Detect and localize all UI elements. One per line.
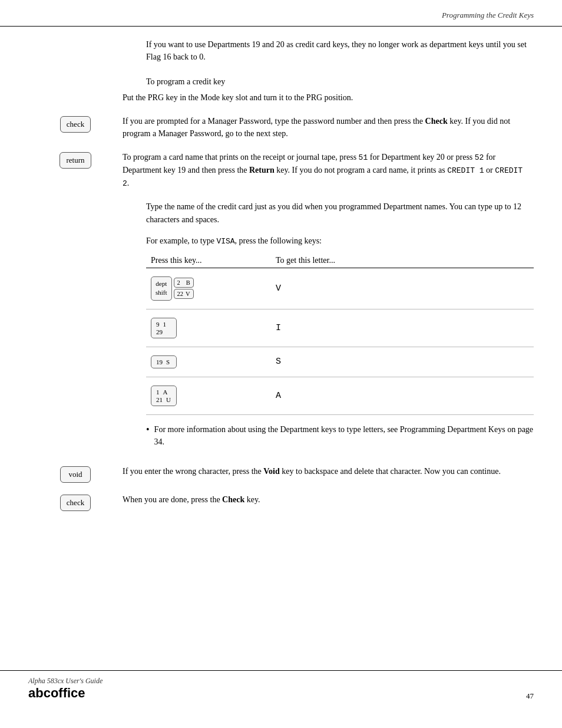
- page-container: Programming the Credit Keys If you want …: [0, 0, 562, 728]
- intro-section: If you want to use Departments 19 and 20…: [146, 38, 534, 63]
- step2-section: return To program a card name that print…: [28, 151, 534, 190]
- step2-text: To program a card name that prints on th…: [123, 151, 534, 190]
- dept-shift-main-key: deptshift: [151, 276, 172, 301]
- table-row: 19 S S: [146, 347, 534, 377]
- step0-text: Put the PRG key in the Mode key slot and…: [123, 91, 534, 104]
- row1-letter-cell: V: [264, 284, 534, 294]
- step1-icon-area: check: [28, 115, 123, 133]
- table-row: deptshift 2 B 22 V: [146, 268, 534, 309]
- step3-text: If you enter the wrong character, press …: [123, 465, 534, 478]
- check-key-icon: check: [60, 116, 91, 133]
- key-table: Press this key... To get this letter... …: [146, 256, 534, 415]
- row3-key-cell: 19 S: [146, 355, 264, 368]
- dept-shift-sub-keys: 2 B 22 V: [174, 278, 194, 299]
- footer-brand: abcoffice: [28, 686, 103, 701]
- step1-section: check If you are prompted for a Manager …: [28, 115, 534, 140]
- step4-text: When you are done, press the Check key.: [123, 493, 534, 506]
- header-title: Programming the Credit Keys: [442, 11, 534, 20]
- step1-text: If you are prompted for a Manager Passwo…: [123, 115, 534, 140]
- content-area: If you want to use Departments 19 and 20…: [0, 38, 562, 511]
- key-9-1-29: 9 1 29: [151, 318, 177, 338]
- table-row: 9 1 29 I: [146, 309, 534, 347]
- intro-text: If you want to use Departments 19 and 20…: [146, 40, 527, 61]
- row4-key-cell: 1 A 21 U: [146, 386, 264, 406]
- bullet-text: For more information about using the Dep…: [154, 423, 534, 449]
- col-key-header: Press this key...: [146, 256, 264, 265]
- step0-section: Put the PRG key in the Mode key slot and…: [28, 91, 534, 104]
- table-header: Press this key... To get this letter...: [146, 256, 534, 268]
- step-label: To program a credit key: [146, 77, 534, 87]
- bullet-section: • For more information about using the D…: [146, 423, 534, 449]
- table-row: 1 A 21 U A: [146, 377, 534, 415]
- step3-section: void If you enter the wrong character, p…: [28, 465, 534, 483]
- row2-letter-cell: I: [264, 323, 534, 333]
- step2-icon-area: return: [28, 151, 123, 169]
- step4-icon-area: check: [28, 493, 123, 511]
- row4-letter-cell: A: [264, 391, 534, 401]
- dept-shift-key: deptshift 2 B 22 V: [151, 276, 194, 301]
- step4-section: check When you are done, press the Check…: [28, 493, 534, 511]
- page-footer: Alpha 583cx User's Guide abcoffice 47: [0, 670, 562, 707]
- footer-left-col: Alpha 583cx User's Guide abcoffice: [28, 677, 103, 701]
- step0-icon-area: [28, 91, 123, 93]
- row3-letter-cell: S: [264, 357, 534, 367]
- key-1-A-21-U: 1 A 21 U: [151, 386, 177, 406]
- page-header: Programming the Credit Keys: [0, 0, 562, 27]
- check-key-icon-2: check: [60, 495, 91, 511]
- key-19-S: 19 S: [151, 355, 177, 368]
- key-2B: 2 B: [174, 278, 194, 288]
- para1-section: Type the name of the credit card just as…: [146, 200, 534, 226]
- bullet-dot: •: [146, 423, 150, 449]
- void-key-icon: void: [60, 466, 91, 483]
- footer-guide-name: Alpha 583cx User's Guide: [28, 677, 103, 686]
- key-22V: 22 V: [174, 289, 194, 299]
- para2-section: For example, to type VISA, press the fol…: [146, 235, 534, 248]
- row2-key-cell: 9 1 29: [146, 318, 264, 338]
- return-key-icon: return: [59, 152, 91, 169]
- step3-icon-area: void: [28, 465, 123, 483]
- row1-key-cell: deptshift 2 B 22 V: [146, 276, 264, 301]
- footer-page-number: 47: [526, 691, 534, 701]
- col-letter-header: To get this letter...: [264, 256, 534, 265]
